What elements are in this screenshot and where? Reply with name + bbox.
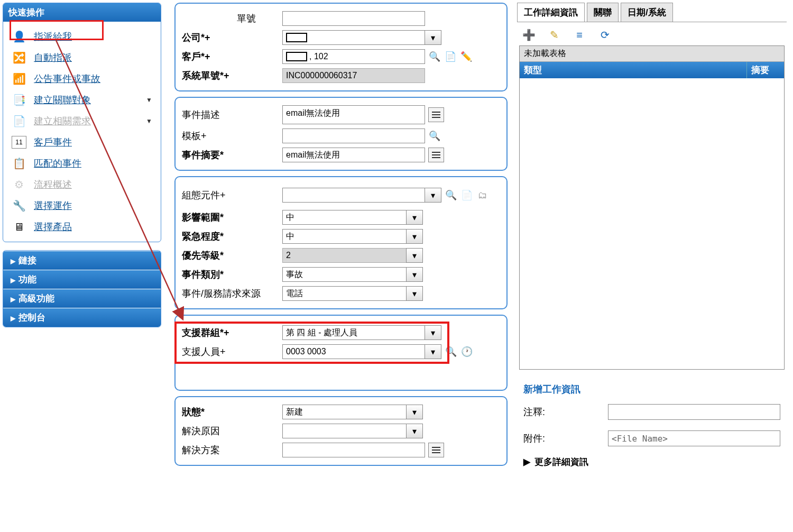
search-icon[interactable]: 🔍	[445, 189, 457, 201]
solution-menu-icon[interactable]	[428, 443, 444, 457]
match-icon: 📋	[12, 157, 26, 170]
reason-dropdown[interactable]: ▾	[406, 424, 423, 438]
select-op-icon: 🔧	[12, 199, 26, 212]
nav-links[interactable]: ▶鏈接	[3, 251, 161, 270]
group-label: 支援群組*+	[182, 326, 282, 339]
select-prod-icon: 🖥	[12, 221, 26, 233]
customer-label: 客戶*+	[182, 50, 282, 63]
form-classification-panel: 組態元件+ ▾ 🔍 📄 🗂 影響範圍* ▾ 緊急程度* ▾ 優先等級* ▾ 事件…	[174, 176, 508, 309]
summary-input[interactable]	[282, 148, 425, 162]
quick-actions-title: 快速操作	[3, 3, 161, 22]
qa-announce[interactable]: 📶 公告事件或事故	[3, 68, 161, 89]
form-description-panel: 事件描述 email無法使用 模板+ 🔍 事件摘要*	[174, 97, 508, 171]
template-input[interactable]	[282, 129, 425, 143]
form-identity-panel: 單號 公司*+ ▾ 客戶*+ , 102 🔍 📄 ✏️ 系統單號*+	[174, 3, 508, 91]
view-icon[interactable]: 📄	[460, 189, 473, 201]
qa-select-operation[interactable]: 🔧 選擇運作	[3, 195, 161, 216]
solution-label: 解決方案	[182, 444, 282, 456]
nav-functions[interactable]: ▶功能	[3, 270, 161, 289]
tree-icon[interactable]: 🗂	[476, 189, 489, 201]
impact-label: 影響範圍*	[182, 211, 282, 224]
note-input[interactable]	[608, 404, 780, 420]
qa-select-product[interactable]: 🖥 選擇產品	[3, 216, 161, 237]
person-input[interactable]	[282, 344, 425, 359]
edit-icon[interactable]: ✎	[548, 29, 560, 41]
person-dropdown[interactable]: ▾	[425, 344, 441, 359]
col-type[interactable]: 類型	[520, 62, 747, 78]
customer-input[interactable]: , 102	[282, 49, 425, 64]
qa-create-request[interactable]: 📄 建立相關需求 ▼	[3, 111, 161, 132]
attach-input[interactable]	[608, 430, 780, 446]
company-label: 公司*+	[182, 31, 282, 44]
auto-arrows-icon: 🔀	[12, 51, 26, 64]
view-icon[interactable]: 📄	[444, 50, 457, 63]
qa-assign-to-me[interactable]: 👤 指派給我	[3, 26, 161, 47]
form-status-panel: 狀態* ▾ 解決原因 ▾ 解決方案	[174, 396, 508, 466]
clock-icon[interactable]: 🕐	[460, 345, 473, 358]
impact-input[interactable]	[282, 210, 407, 225]
toolbar: ➕ ✎ ≡ ⟳	[517, 22, 787, 45]
type-dropdown[interactable]: ▾	[406, 267, 423, 282]
search-icon[interactable]: 🔍	[428, 50, 441, 63]
desc-menu-icon[interactable]	[428, 107, 444, 122]
company-dropdown[interactable]: ▾	[425, 30, 441, 45]
ci-input[interactable]	[282, 188, 425, 203]
refresh-icon[interactable]: ⟳	[598, 29, 611, 41]
add-doc-icon: 📄	[12, 115, 26, 127]
group-input[interactable]	[282, 325, 425, 340]
note-label: 注釋:	[523, 406, 608, 418]
edit-icon[interactable]: ✏️	[460, 50, 473, 63]
flow-icon: ⚙	[12, 178, 26, 191]
table-body[interactable]	[520, 78, 784, 369]
add-icon[interactable]: ➕	[522, 29, 535, 41]
person-assign-icon: 👤	[12, 30, 26, 43]
desc-input[interactable]: email無法使用	[282, 105, 425, 124]
status-dropdown[interactable]: ▾	[406, 405, 423, 419]
summary-menu-icon[interactable]	[428, 148, 444, 162]
tabset: 工作詳細資訊 關聯 日期/系統	[517, 3, 787, 22]
tab-work-detail[interactable]: 工作詳細資訊	[517, 3, 585, 22]
status-input[interactable]	[282, 405, 407, 419]
nav-console[interactable]: ▶控制台	[3, 308, 161, 327]
qa-flow-overview[interactable]: ⚙ 流程概述	[3, 174, 161, 195]
type-input[interactable]	[282, 267, 407, 282]
add-work-info: 新增工作資訊 注釋: 附件: ▶更多詳細資訊	[517, 378, 787, 474]
table-title: 未加載表格	[520, 46, 784, 62]
id-label: 單號	[182, 12, 282, 25]
priority-input	[282, 248, 407, 263]
id-input[interactable]	[282, 11, 425, 26]
priority-dropdown[interactable]: ▾	[406, 248, 423, 263]
search-icon[interactable]: 🔍	[445, 345, 457, 358]
source-label: 事件/服務請求來源	[182, 287, 282, 300]
rss-icon: 📶	[12, 72, 26, 85]
list-icon[interactable]: ≡	[573, 29, 586, 41]
nav-advanced[interactable]: ▶高級功能	[3, 289, 161, 308]
source-dropdown[interactable]: ▾	[406, 286, 423, 301]
qa-match-event[interactable]: 📋 匹配的事件	[3, 153, 161, 174]
work-table: 未加載表格 類型 摘要	[519, 45, 785, 370]
sysid-label: 系統單號*+	[182, 69, 282, 82]
quick-actions-panel: 快速操作 👤 指派給我 🔀 自動指派 📶 公告事件或事故 📑 建立關聯對象 ▼ …	[3, 3, 161, 242]
group-dropdown[interactable]: ▾	[425, 325, 441, 340]
urgency-dropdown[interactable]: ▾	[406, 229, 423, 244]
company-input[interactable]	[282, 30, 425, 45]
nav-sections: ▶鏈接 ▶功能 ▶高級功能 ▶控制台	[3, 250, 161, 327]
form-assignment-panel: 支援群組*+ ▾ 支援人員+ ▾ 🔍 🕐	[174, 315, 508, 391]
tab-relation[interactable]: 關聯	[587, 3, 619, 22]
source-input[interactable]	[282, 286, 407, 301]
tab-date-system[interactable]: 日期/系統	[621, 3, 673, 22]
reason-input[interactable]	[282, 424, 407, 438]
qa-auto-assign[interactable]: 🔀 自動指派	[3, 47, 161, 68]
qa-customer-event[interactable]: 11 客戶事件	[3, 132, 161, 153]
solution-input[interactable]	[282, 443, 425, 457]
search-icon[interactable]: 🔍	[428, 130, 441, 142]
qa-create-relation[interactable]: 📑 建立關聯對象 ▼	[3, 89, 161, 111]
summary-label: 事件摘要*	[182, 149, 282, 161]
link-doc-icon: 📑	[12, 94, 26, 106]
urgency-input[interactable]	[282, 229, 407, 244]
col-summary[interactable]: 摘要	[747, 62, 784, 78]
more-info-toggle[interactable]: ▶更多詳細資訊	[521, 452, 782, 472]
ci-dropdown[interactable]: ▾	[425, 188, 441, 203]
chevron-down-icon: ▼	[146, 117, 152, 125]
impact-dropdown[interactable]: ▾	[406, 210, 423, 225]
